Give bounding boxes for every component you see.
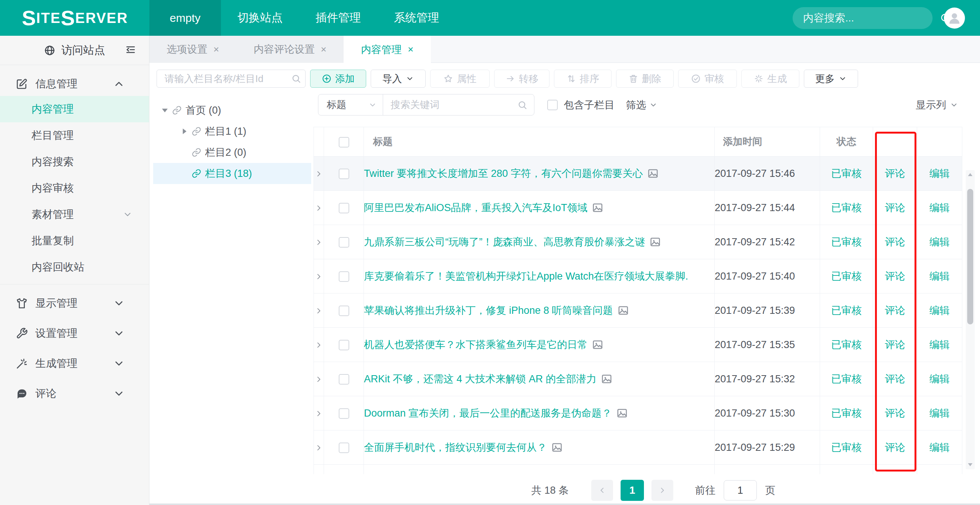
link-icon: [192, 168, 201, 178]
row-checkbox[interactable]: [339, 443, 349, 453]
导入-button[interactable]: 导入: [371, 70, 426, 88]
row-checkbox[interactable]: [339, 168, 349, 179]
filter-toggle[interactable]: 筛选: [626, 98, 657, 112]
content-title-link[interactable]: 苹果确认将推出升级补丁，修复 iPhone 8 听筒噪音问题: [364, 305, 613, 316]
tree-node-栏目2 (0)[interactable]: 栏目2 (0): [153, 142, 311, 163]
edit-link[interactable]: 编辑: [929, 305, 950, 316]
edit-link[interactable]: 编辑: [929, 373, 950, 384]
tab-close-icon[interactable]: ×: [321, 44, 326, 55]
tab-选项设置[interactable]: 选项设置×: [150, 36, 236, 63]
content-title-link[interactable]: 库克要偷着乐了！美监管机构开绿灯让Apple Watch在医疗领域大展拳脚.: [364, 270, 688, 282]
next-page-button[interactable]: [651, 480, 673, 501]
topnav-item-current-site[interactable]: empty: [150, 0, 221, 36]
tree-expander-icon[interactable]: [180, 126, 189, 136]
vertical-scrollbar[interactable]: [966, 170, 975, 469]
tab-close-icon[interactable]: ×: [213, 44, 219, 55]
row-checkbox[interactable]: [339, 306, 349, 316]
更多-button[interactable]: 更多: [804, 70, 858, 88]
keyword-input[interactable]: [390, 98, 517, 111]
button-label: 审核: [705, 72, 724, 86]
added-time-cell: 2017-09-27 15:42: [715, 225, 820, 259]
row-expand-icon[interactable]: [315, 375, 323, 383]
keyword-search-combo: 标题: [318, 94, 535, 116]
row-expand-icon[interactable]: [315, 238, 323, 246]
tab-内容管理[interactable]: 内容管理×: [344, 36, 431, 63]
sidebar-item-内容管理[interactable]: 内容管理: [0, 96, 149, 122]
search-icon[interactable]: [517, 100, 527, 110]
avatar[interactable]: [944, 8, 965, 29]
tree-node-首页 (0)[interactable]: 首页 (0): [153, 100, 311, 121]
row-checkbox[interactable]: [339, 237, 349, 248]
row-checkbox[interactable]: [339, 340, 349, 350]
row-checkbox[interactable]: [339, 374, 349, 384]
edit-link[interactable]: 编辑: [929, 168, 950, 179]
content-title-link[interactable]: 机器人也爱搭便车？水下搭乘鲨鱼列车是它的日常: [364, 339, 587, 350]
siteserver-logo[interactable]: SITESERVER: [0, 0, 150, 36]
sidebar-item-批量复制[interactable]: 批量复制: [0, 228, 149, 254]
content-title-link[interactable]: Doorman 宣布关闭，最后一公里的配送服务是伪命题？: [364, 408, 612, 419]
row-expand-icon[interactable]: [315, 272, 323, 281]
search-icon[interactable]: [291, 74, 301, 84]
red-annotation-rectangle: [875, 132, 916, 472]
sidebar-item-内容搜索[interactable]: 内容搜索: [0, 149, 149, 175]
content-search-input[interactable]: [802, 12, 940, 24]
content-title-link[interactable]: 阿里巴巴发布AliOS品牌，重兵投入汽车及IoT领域: [364, 202, 587, 213]
chevron-up-icon: [113, 78, 125, 90]
display-columns-toggle[interactable]: 显示列: [916, 94, 958, 116]
sidebar-item-内容审核[interactable]: 内容审核: [0, 175, 149, 201]
scrollbar-thumb[interactable]: [967, 189, 973, 324]
channel-search-input[interactable]: [164, 73, 291, 85]
tree-node-栏目1 (1)[interactable]: 栏目1 (1): [153, 121, 311, 142]
topnav-item-2[interactable]: 插件管理: [299, 0, 377, 36]
tree-node-栏目3 (18)[interactable]: 栏目3 (18): [153, 163, 311, 184]
checkbox-cell: [324, 362, 364, 396]
row-expand-icon[interactable]: [315, 410, 323, 418]
sidebar-item-内容回收站[interactable]: 内容回收站: [0, 254, 149, 280]
edit-link[interactable]: 编辑: [929, 236, 950, 248]
content-title-link[interactable]: Twitter 要将推文长度增加至 280 字符，有六个问题你需要关心: [364, 168, 643, 179]
edit-link[interactable]: 编辑: [929, 202, 950, 213]
sidebar-item-素材管理[interactable]: 素材管理: [0, 201, 149, 228]
row-checkbox[interactable]: [339, 271, 349, 282]
edit-link[interactable]: 编辑: [929, 270, 950, 282]
sidebar-item-显示管理[interactable]: 显示管理: [0, 288, 149, 318]
goto-page-input[interactable]: [724, 480, 757, 500]
topnav-item-1[interactable]: 切换站点: [221, 0, 299, 36]
row-expand-icon[interactable]: [315, 204, 323, 212]
sidebar-item-信息管理[interactable]: 信息管理: [0, 72, 149, 96]
row-checkbox[interactable]: [339, 408, 349, 419]
button-label: 属性: [457, 72, 476, 86]
include-children-checkbox[interactable]: [547, 100, 558, 110]
select-all-checkbox[interactable]: [339, 137, 349, 148]
sidebar-item-栏目管理[interactable]: 栏目管理: [0, 122, 149, 149]
prev-page-button[interactable]: [591, 480, 613, 501]
search-field-select[interactable]: 标题: [318, 94, 383, 115]
edit-link[interactable]: 编辑: [929, 339, 950, 350]
row-expand-icon[interactable]: [315, 341, 323, 349]
channel-search-box[interactable]: [157, 70, 305, 88]
row-expand-icon[interactable]: [315, 306, 323, 315]
sidebar-item-评论[interactable]: 评论: [0, 379, 149, 409]
topnav-item-3[interactable]: 系统管理: [377, 0, 456, 36]
添加-button[interactable]: 添加: [310, 70, 366, 88]
content-search-box[interactable]: [792, 7, 932, 29]
row-checkbox[interactable]: [339, 203, 349, 213]
scroll-up-arrow-icon[interactable]: [966, 170, 975, 180]
row-expand-icon[interactable]: [315, 170, 323, 178]
scroll-down-arrow-icon[interactable]: [966, 459, 975, 469]
content-title-link[interactable]: 九鼎系新三板公司“玩嗨了”！庞森商业、高思教育股价暴涨之谜: [364, 236, 645, 248]
tab-内容评论设置[interactable]: 内容评论设置×: [236, 36, 344, 63]
visit-site-link[interactable]: 访问站点: [61, 43, 105, 58]
sidebar-item-生成管理[interactable]: 生成管理: [0, 348, 149, 379]
checkbox-cell: [324, 259, 364, 294]
tab-close-icon[interactable]: ×: [407, 44, 413, 55]
edit-link[interactable]: 编辑: [929, 442, 950, 453]
content-title-link[interactable]: ARKit 不够，还需这 4 大技术来解锁 AR 的全部潜力: [364, 373, 597, 384]
edit-link[interactable]: 编辑: [929, 408, 950, 419]
content-title-link[interactable]: 全面屏手机时代，指纹识别要何去何从？: [364, 442, 547, 453]
sidebar-item-设置管理[interactable]: 设置管理: [0, 318, 149, 348]
sidebar-collapse-icon[interactable]: [125, 44, 136, 55]
current-page-button[interactable]: 1: [620, 480, 644, 501]
tree-expander-icon[interactable]: [160, 105, 170, 115]
row-expand-icon[interactable]: [315, 444, 323, 452]
